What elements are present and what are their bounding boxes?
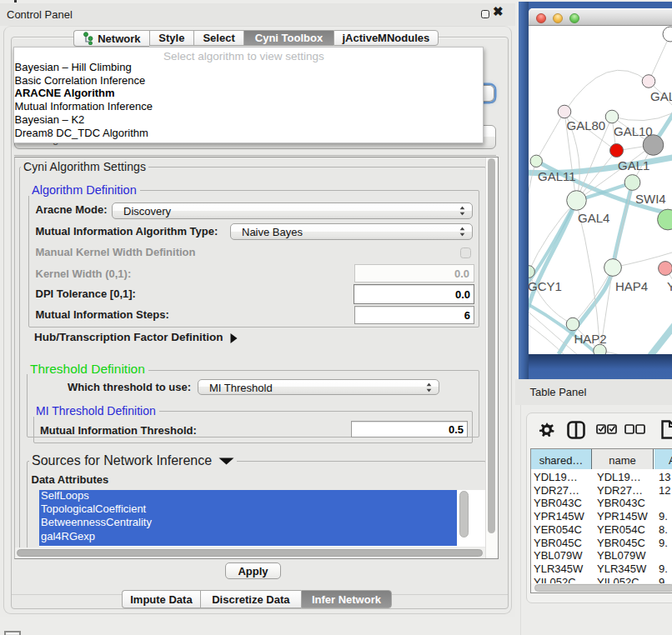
svg-text:GAL10: GAL10 [614,124,653,138]
svg-text:GAL7: GAL7 [650,89,672,103]
svg-text:GAL80: GAL80 [567,118,606,132]
svg-text:GAL11: GAL11 [538,169,576,183]
svg-text:YD: YD [667,279,672,293]
svg-text:GAL4: GAL4 [578,211,609,225]
svg-text:HAP2: HAP2 [574,332,607,346]
svg-text:GAL1: GAL1 [618,158,649,172]
svg-text:GCY1: GCY1 [529,279,562,293]
svg-text:SWI4: SWI4 [635,192,666,206]
svg-text:HAP4: HAP4 [615,279,648,293]
